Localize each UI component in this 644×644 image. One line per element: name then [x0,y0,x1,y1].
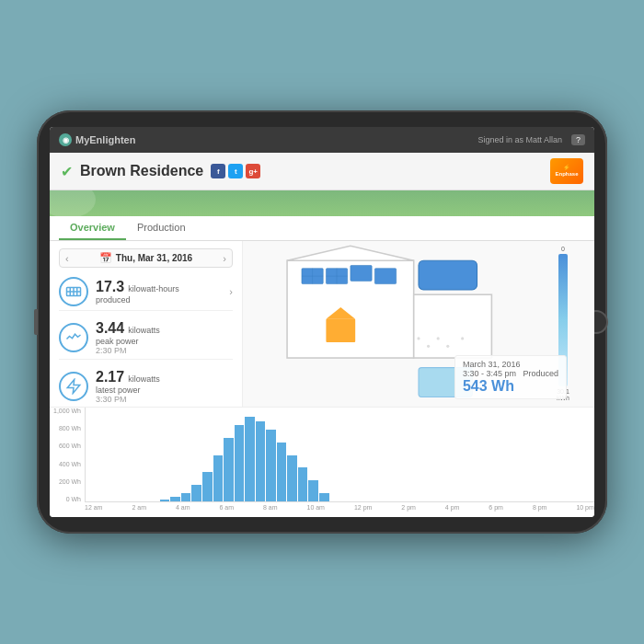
date-bar[interactable]: ‹ 📅 Thu, Mar 31, 2016 › [59,248,233,268]
svg-point-20 [461,337,464,339]
y-label-3: 400 Wh [59,461,81,467]
bar-17 [266,430,276,501]
company-logo: ⚡Enphase [550,158,583,184]
volume-button [34,309,38,335]
svg-point-19 [427,345,430,348]
latest-power-icon [59,372,88,401]
tabs-bar: Overview Production [50,216,594,241]
logo-icon: ◉ [59,133,72,146]
nav-bar: ◉ MyEnlighten Signed in as Matt Allan ? [50,127,594,153]
screen: ◉ MyEnlighten Signed in as Matt Allan ? … [50,127,594,517]
title-area: ✔ Brown Residence f t g+ [61,163,260,180]
chart-bars [85,408,594,502]
svg-point-17 [437,337,440,339]
date-prev-button[interactable]: ‹ [65,253,69,264]
bar-22 [319,493,329,501]
page-title: Brown Residence [80,163,203,179]
date-display: 📅 Thu, Mar 31, 2016 [99,252,192,264]
leaf-background [50,190,594,216]
svg-rect-16 [414,294,492,358]
y-label-1: 800 Wh [59,425,81,431]
help-button[interactable]: ? [571,134,585,145]
production-time: 3:30 - 3:45 pm Produced [463,369,558,378]
chart-area: 1,000 Wh 800 Wh 600 Wh 400 Wh 200 Wh 0 W… [50,407,594,517]
house-diagram-panel: 0 30.1 kWh Feedback March 31, 2016 [243,241,594,407]
svg-marker-7 [287,246,414,260]
bar-10 [191,485,201,501]
bar-12 [213,455,224,501]
nav-logo: ◉ MyEnlighten [59,133,135,146]
peak-unit: kilowatts [128,326,160,335]
produced-label: produced [96,295,179,305]
left-panel: ‹ 📅 Thu, Mar 31, 2016 › [50,241,243,407]
date-next-button[interactable]: › [223,253,226,264]
latest-number: 2.17 [96,369,124,385]
scale-top-label: 0 [561,246,565,252]
latest-sublabel: 3:30 PM [96,395,160,404]
bar-7 [160,500,170,501]
stat-latest-values: 2.17 kilowatts latest power 3:30 PM [96,369,160,404]
x-label-7: 2 pm [401,504,416,517]
bar-18 [277,443,287,501]
bar-11 [202,472,213,501]
bar-21 [308,480,318,501]
x-label-1: 2 am [132,504,146,517]
nav-right: Signed in as Matt Allan ? [477,134,585,145]
stat-row-peak: 3.44 kilowatts peak power 2:30 PM [59,316,233,360]
produced-number: 17.3 [96,279,124,295]
main-content: ‹ 📅 Thu, Mar 31, 2016 › [50,241,594,407]
bar-13 [224,438,234,501]
x-axis: 12 am 2 am 4 am 6 am 8 am 10 am 12 pm 2 … [85,504,594,517]
peak-power-icon [59,323,88,352]
x-label-3: 6 am [219,504,234,517]
peak-sublabel: 2:30 PM [96,346,160,355]
x-label-8: 4 pm [445,504,460,517]
social-icons: f t g+ [211,164,260,178]
stat-latest-main: 2.17 kilowatts [96,369,160,385]
produced-unit: kilowatt-hours [128,284,179,293]
production-date: March 31, 2016 [463,360,558,369]
bar-14 [235,425,245,501]
page-header: ✔ Brown Residence f t g+ ⚡Enphase [50,153,594,190]
x-label-10: 8 pm [533,504,547,517]
svg-marker-5 [67,380,80,394]
googleplus-icon[interactable]: g+ [246,164,260,178]
svg-rect-22 [419,260,477,290]
svg-rect-23 [326,319,355,342]
production-value: 543 Wh [463,378,558,395]
tab-overview[interactable]: Overview [59,216,126,240]
peak-number: 3.44 [96,320,124,337]
twitter-icon[interactable]: t [228,164,243,178]
app-name: MyEnlighten [75,134,135,145]
y-axis: 1,000 Wh 800 Wh 600 Wh 400 Wh 200 Wh 0 W… [50,408,85,502]
stat-row-latest: 2.17 kilowatts latest power 3:30 PM [59,365,233,407]
bar-15 [245,417,255,501]
calendar-icon: 📅 [99,252,112,264]
stat-peak-main: 3.44 kilowatts [96,320,160,337]
stat-peak-values: 3.44 kilowatts peak power 2:30 PM [96,320,160,355]
facebook-icon[interactable]: f [211,164,225,178]
date-text: Thu, Mar 31, 2016 [116,253,192,263]
x-label-0: 12 am [85,504,102,517]
tablet-frame: ◉ MyEnlighten Signed in as Matt Allan ? … [37,110,607,534]
produced-arrow-icon[interactable]: › [229,286,233,297]
tab-production[interactable]: Production [126,216,197,240]
stat-row-produced: 17.3 kilowatt-hours produced › [59,273,233,311]
bar-9 [181,493,191,501]
bar-16 [256,421,266,501]
bar-8 [170,497,180,501]
svg-point-21 [417,337,420,339]
peak-label: peak power [96,337,160,346]
svg-point-18 [446,345,449,348]
x-label-4: 8 am [263,504,278,517]
signed-in-label: Signed in as Matt Allan [477,135,562,144]
x-label-6: 12 pm [354,504,372,517]
bar-19 [287,455,297,501]
stat-produced-values: 17.3 kilowatt-hours produced [96,279,179,305]
status-check-icon: ✔ [61,163,73,180]
x-label-5: 10 am [306,504,324,517]
x-label-2: 4 am [176,504,190,517]
svg-rect-10 [351,265,372,281]
y-label-5: 0 Wh [66,496,81,502]
solar-panel-icon [59,277,88,306]
